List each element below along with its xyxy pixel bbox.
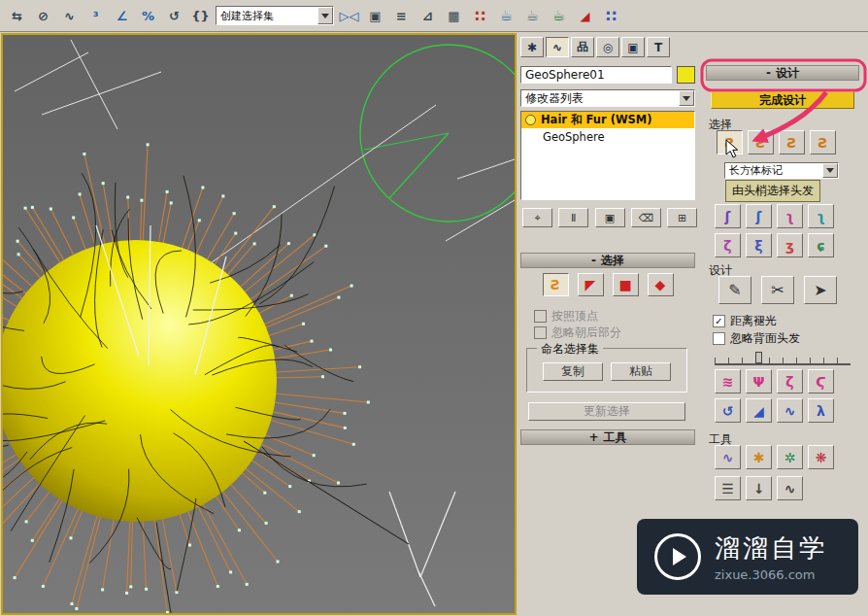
render-production-icon[interactable]: ☕	[548, 5, 570, 27]
hair-select-mode-row: Ƨ Ƨ Ƨ Ƨ	[717, 130, 836, 154]
pop-selected-icon[interactable]: ❋	[808, 445, 834, 469]
translate-down-icon[interactable]: ↓	[746, 476, 772, 500]
update-selection-button[interactable]: 更新选择	[528, 402, 685, 421]
distance-fade-checkbox[interactable]: ✓	[713, 315, 725, 327]
make-unique-icon[interactable]: ▣	[595, 208, 625, 227]
curve-editor-icon[interactable]: ⊿	[417, 5, 439, 27]
hair-brush-icon[interactable]: ✎	[718, 276, 751, 304]
object-name-field[interactable]: GeoSphere01	[520, 66, 672, 84]
design-rollout-header[interactable]: - 设计	[706, 65, 859, 81]
brush-size-slider[interactable]	[715, 352, 851, 365]
tab-hierarchy-icon[interactable]: 品	[571, 37, 594, 57]
select-arrow-icon[interactable]: ➤	[804, 276, 837, 304]
named-selection-sets-group: 命名选择集 复制 粘贴	[526, 348, 687, 393]
schematic-view-icon[interactable]: ▦	[443, 5, 465, 27]
layer-manager-icon[interactable]: ≡	[390, 5, 413, 27]
snaps-toggle-icon[interactable]: ³	[84, 5, 107, 27]
viewport-canvas[interactable]	[3, 35, 515, 613]
tab-utilities-icon[interactable]: T	[647, 37, 670, 57]
geosphere-object[interactable]	[3, 240, 277, 522]
select-and-link-icon[interactable]: ⇆	[6, 5, 28, 27]
select-guides-icon[interactable]: Ƨ	[543, 273, 569, 296]
edit-named-selection-sets-icon[interactable]: {}	[189, 5, 212, 27]
ignore-backfacing-checkbox[interactable]	[534, 326, 547, 339]
style-tools-row-1: ≋ Ψ ζ Ϛ	[715, 369, 834, 394]
configure-modifier-sets-icon[interactable]: ⊞	[667, 208, 697, 227]
rendered-frame-window-icon[interactable]: ☕	[521, 5, 544, 27]
slider-thumb[interactable]	[755, 352, 762, 363]
pin-stack-icon[interactable]: ⌖	[522, 208, 552, 227]
batch-render-icon[interactable]: ◢	[574, 5, 596, 27]
attenuate-tool-icon[interactable]: ∿	[777, 398, 803, 423]
render-shortcuts-icon[interactable]: ∷	[600, 5, 622, 27]
percent-snap-icon[interactable]: %	[137, 5, 159, 27]
main-toolbar: ⇆ ⊘ ∿ ³ ∠ % ↺ {} 创建选择集 ▷◁ ▣ ≡ ⊿ ▦ ∷ ☕ ☕ …	[0, 0, 868, 32]
spinner-snap-icon[interactable]: ↺	[163, 5, 185, 27]
select-hair-by-root-icon[interactable]: Ƨ	[779, 130, 805, 154]
perspective-viewport[interactable]	[1, 33, 517, 615]
rotate-tool-icon[interactable]: ↺	[715, 398, 741, 423]
angle-snap-icon[interactable]: ∠	[111, 5, 133, 27]
reset-rest-icon[interactable]: ✱	[746, 445, 772, 469]
tab-create-icon[interactable]: ✱	[520, 37, 544, 57]
hide-selected-icon[interactable]: ʅ	[777, 204, 803, 228]
scale-tool-icon[interactable]: ◢	[746, 398, 772, 423]
pop-zero-sized-icon[interactable]: ✲	[777, 445, 803, 469]
render-setup-icon[interactable]: ☕	[495, 5, 517, 27]
translate-tool-icon[interactable]: ≋	[715, 369, 741, 394]
paste-button[interactable]: 粘贴	[611, 362, 671, 381]
tools-rollout-header[interactable]: + 工具	[520, 429, 695, 445]
ignore-back-hairs-checkbox[interactable]	[713, 332, 725, 345]
align-icon[interactable]: ▣	[364, 5, 386, 27]
named-selection-sets-dropdown[interactable]: 创建选择集	[216, 6, 334, 25]
select-hair-by-tip-icon[interactable]: Ƨ	[717, 130, 743, 154]
dropdown-arrow-icon[interactable]	[822, 163, 838, 178]
unlink-selection-icon[interactable]: ⊘	[32, 5, 54, 27]
marker-type-dropdown[interactable]: 长方体标记	[724, 162, 839, 179]
select-whole-guide-icon[interactable]: Ƨ	[748, 130, 774, 154]
modifier-list-dropdown[interactable]: 修改器列表	[520, 89, 695, 107]
mirror-icon[interactable]: ▷◁	[338, 5, 360, 27]
selection-rollout-header[interactable]: - 选择	[520, 253, 695, 268]
modifier-stack-item-geosphere[interactable]: GeoSphere	[521, 128, 694, 145]
subobject-select-row: Ƨ ◤ ■ ◆	[520, 273, 695, 296]
select-guide-vertices-icon[interactable]: Ƨ	[810, 130, 836, 154]
select-element-icon[interactable]: ◆	[648, 273, 674, 296]
tab-modify-icon[interactable]: ∿	[546, 37, 569, 57]
select-random-icon[interactable]: ɕ	[808, 233, 834, 257]
play-logo-icon	[654, 533, 701, 580]
show-hidden-icon[interactable]: ʅ	[808, 204, 834, 228]
stand-tool-icon[interactable]: Ψ	[746, 369, 772, 394]
remove-modifier-icon[interactable]: ⌫	[631, 208, 661, 227]
dropdown-arrow-icon[interactable]	[317, 7, 333, 24]
rotate-selection-icon[interactable]: ξ	[746, 233, 772, 257]
lock-selected-icon[interactable]: ʃ	[715, 204, 741, 228]
rollout-collapse-icon: -	[591, 254, 596, 267]
comb-icon[interactable]: ☰	[715, 476, 741, 500]
material-editor-icon[interactable]: ∷	[469, 5, 491, 27]
copy-button[interactable]: 复制	[543, 362, 603, 381]
unlock-all-icon[interactable]: ʃ	[746, 204, 772, 228]
modifier-stack-item-hair-fur[interactable]: Hair 和 Fur (WSM)	[521, 112, 694, 128]
clump-tool-icon[interactable]: Ϛ	[808, 369, 834, 394]
dropdown-arrow-icon[interactable]	[679, 90, 694, 106]
invert-selection-icon[interactable]: ζ	[715, 233, 741, 257]
collisions-tool-icon[interactable]: λ	[808, 398, 834, 423]
select-face-icon[interactable]: ◤	[578, 273, 604, 296]
by-vertex-checkbox[interactable]	[534, 310, 547, 323]
recomb-icon[interactable]: ∿	[715, 445, 741, 469]
object-color-swatch[interactable]	[677, 66, 695, 84]
tab-display-icon[interactable]: ▣	[621, 37, 645, 57]
expand-selection-icon[interactable]: ʒ	[777, 233, 803, 257]
select-polygon-icon[interactable]: ■	[613, 273, 639, 296]
bind-to-space-warp-icon[interactable]: ∿	[58, 5, 81, 27]
command-panel-tabs: ✱ ∿ 品 ◎ ▣ T	[520, 37, 670, 57]
finish-design-button[interactable]: 完成设计	[711, 91, 854, 109]
show-end-result-icon[interactable]: Ⅱ	[558, 208, 588, 227]
puff-roots-tool-icon[interactable]: ζ	[777, 369, 803, 394]
modifier-enabled-bulb-icon[interactable]	[525, 115, 536, 125]
hair-cut-icon[interactable]: ✂	[761, 276, 794, 304]
tab-motion-icon[interactable]: ◎	[596, 37, 619, 57]
curl-icon[interactable]: ∿	[777, 476, 803, 500]
style-tools-row-2: ↺ ◢ ∿ λ	[715, 398, 834, 423]
